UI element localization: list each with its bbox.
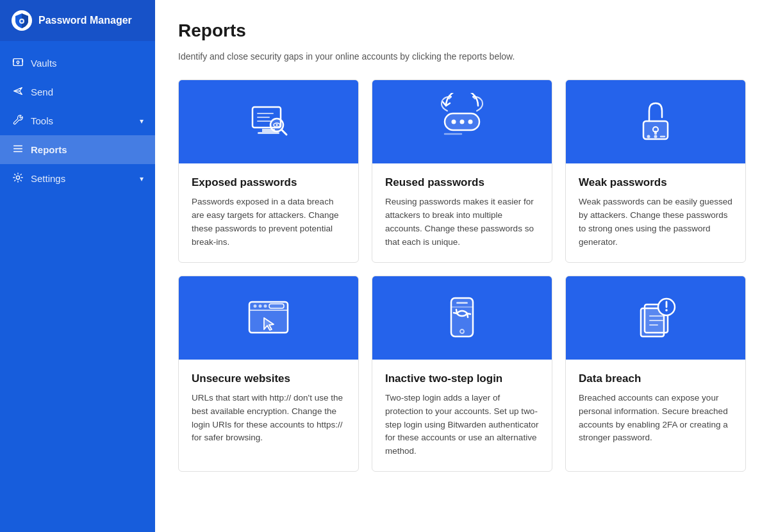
unsecure-websites-title: Unsecure websites — [192, 372, 345, 385]
report-card-exposed-passwords[interactable]: Exposed passwords Passwords exposed in a… — [178, 79, 359, 263]
inactive-two-step-desc: Two-step login adds a layer of protectio… — [385, 392, 539, 459]
sidebar-item-settings-label: Settings — [31, 173, 65, 184]
svg-point-38 — [264, 304, 267, 308]
data-breach-title: Data breach — [579, 372, 732, 385]
weak-passwords-icon-area — [566, 80, 745, 163]
sidebar-nav: Vaults Send Tools ▾ — [0, 41, 155, 532]
sidebar: Password Manager Vaults — [0, 0, 155, 532]
svg-rect-5 — [22, 60, 23, 62]
sidebar-item-reports-label: Reports — [31, 144, 67, 155]
reused-passwords-icon — [433, 93, 491, 151]
data-breach-icon — [627, 289, 684, 347]
svg-rect-4 — [13, 60, 14, 62]
app-title: Password Manager — [38, 15, 132, 26]
weak-passwords-desc: Weak passwords can be easily guessed by … — [579, 195, 732, 249]
sidebar-item-reports[interactable]: Reports — [0, 135, 155, 164]
reused-passwords-body: Reused passwords Reusing passwords makes… — [372, 163, 552, 262]
settings-icon — [12, 172, 24, 185]
reports-icon — [12, 143, 24, 156]
exposed-passwords-desc: Passwords exposed in a data breach are e… — [192, 195, 345, 249]
sidebar-item-vaults-label: Vaults — [31, 58, 57, 69]
sidebar-item-settings[interactable]: Settings ▾ — [0, 164, 155, 193]
svg-point-36 — [254, 304, 257, 308]
sidebar-item-send-label: Send — [31, 87, 53, 97]
svg-rect-41 — [456, 302, 468, 304]
unsecure-websites-icon — [240, 289, 297, 347]
reused-passwords-title: Reused passwords — [385, 176, 539, 189]
report-card-reused-passwords[interactable]: Reused passwords Reusing passwords makes… — [372, 79, 552, 263]
weak-passwords-title: Weak passwords — [579, 176, 732, 189]
weak-passwords-icon — [627, 93, 684, 151]
svg-point-31 — [647, 135, 650, 138]
inactive-two-step-title: Inactive two-step login — [385, 372, 539, 385]
settings-chevron-icon: ▾ — [140, 174, 144, 183]
svg-rect-39 — [269, 304, 284, 308]
exposed-passwords-icon — [240, 93, 297, 151]
reused-passwords-desc: Reusing passwords makes it easier for at… — [385, 195, 539, 249]
svg-point-22 — [276, 124, 278, 126]
report-card-unsecure-websites[interactable]: Unsecure websites URLs that start with h… — [178, 276, 359, 472]
unsecure-websites-body: Unsecure websites URLs that start with h… — [179, 360, 358, 458]
page-title: Reports — [178, 21, 746, 41]
svg-point-37 — [259, 304, 262, 308]
report-card-weak-passwords[interactable]: Weak passwords Weak passwords can be eas… — [565, 79, 746, 263]
data-breach-desc: Breached accounts can expose your person… — [579, 392, 732, 445]
sidebar-item-tools[interactable]: Tools ▾ — [0, 106, 155, 135]
reports-grid: Exposed passwords Passwords exposed in a… — [178, 79, 746, 472]
svg-point-2 — [21, 20, 23, 22]
page-subtitle: Identify and close security gaps in your… — [178, 51, 746, 62]
inactive-two-step-icon-area — [372, 276, 552, 360]
sidebar-header: Password Manager — [0, 0, 155, 41]
svg-point-12 — [16, 176, 19, 179]
sidebar-item-vaults[interactable]: Vaults — [0, 49, 155, 78]
inactive-two-step-icon — [433, 289, 491, 347]
vault-icon — [12, 56, 24, 70]
svg-rect-3 — [13, 59, 22, 66]
svg-rect-30 — [654, 131, 657, 135]
report-card-inactive-two-step[interactable]: Inactive two-step login Two-step login a… — [372, 276, 552, 472]
svg-point-51 — [665, 309, 668, 312]
exposed-passwords-body: Exposed passwords Passwords exposed in a… — [179, 163, 358, 262]
svg-rect-15 — [258, 132, 279, 134]
data-breach-body: Data breach Breached accounts can expose… — [566, 360, 745, 458]
main-content: Reports Identify and close security gaps… — [155, 0, 769, 532]
data-breach-icon-area — [566, 276, 745, 360]
app-logo — [12, 10, 32, 31]
exposed-passwords-title: Exposed passwords — [192, 176, 345, 189]
svg-point-6 — [17, 61, 19, 63]
send-icon — [12, 85, 24, 99]
exposed-passwords-icon-area — [179, 80, 358, 163]
sidebar-item-send[interactable]: Send — [0, 78, 155, 106]
svg-line-20 — [281, 129, 286, 135]
tools-icon — [12, 114, 24, 128]
tools-chevron-icon: ▾ — [140, 117, 144, 126]
inactive-two-step-body: Inactive two-step login Two-step login a… — [372, 360, 552, 472]
weak-passwords-body: Weak passwords Weak passwords can be eas… — [566, 163, 745, 262]
unsecure-websites-icon-area — [179, 276, 358, 360]
sidebar-item-tools-label: Tools — [31, 115, 53, 126]
unsecure-websites-desc: URLs that start with http:// don't use t… — [192, 392, 345, 445]
report-card-data-breach[interactable]: Data breach Breached accounts can expose… — [565, 276, 746, 472]
svg-point-32 — [654, 135, 657, 138]
reused-passwords-icon-area — [372, 80, 552, 163]
